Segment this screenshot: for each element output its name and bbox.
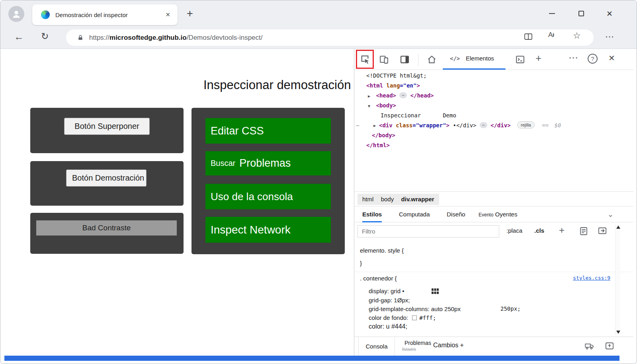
navigation-bar: ← ↻ https://microsoftedge.github.io/Demo… (0, 26, 637, 49)
computed-panel-icon[interactable] (580, 227, 588, 236)
new-style-rule-icon[interactable]: + (559, 225, 565, 236)
div-inline-content: •</div> (453, 122, 476, 128)
browser-window: Demostración del inspector ✕ + ✕ ← ↻ htt… (0, 0, 637, 364)
tab-close-icon[interactable]: ✕ (165, 11, 170, 18)
div-attr: class (396, 122, 412, 128)
demo-button[interactable]: Botón Demostración (66, 169, 147, 187)
styles-filter-row: :placa .cls + (354, 222, 633, 240)
container-rule-selector[interactable]: . contenedor { (360, 275, 397, 282)
color-swatch[interactable] (412, 315, 417, 320)
crumb-body[interactable]: body (381, 196, 394, 202)
person-icon (11, 9, 21, 19)
settings-more-icon[interactable]: … (605, 29, 614, 40)
prop-background-color[interactable]: color de fondo:#fff; (369, 314, 436, 321)
breadcrumb: html body div.wrapper (358, 194, 439, 205)
split-screen-icon[interactable] (524, 33, 532, 40)
read-aloud-icon[interactable]: A (548, 31, 556, 39)
browser-tab[interactable]: Demostración del inspector ✕ (32, 4, 178, 25)
find-issues-link[interactable]: Buscar Problemas (205, 151, 331, 175)
refresh-button[interactable]: ↻ (41, 31, 49, 42)
crumb-html[interactable]: html (362, 196, 373, 202)
device-emulation-icon[interactable] (379, 55, 389, 64)
tab-elements[interactable]: Elementos (466, 55, 494, 62)
home-icon[interactable] (427, 55, 437, 64)
div-tag: <div (379, 122, 393, 128)
dom-head[interactable]: ▶ <head> ⋯ </head> (368, 91, 434, 101)
tab-event-listeners[interactable]: Evento Oyentes (479, 206, 517, 222)
back-button[interactable]: ← (14, 31, 24, 43)
dom-html-open[interactable]: <html lang="en"> (366, 81, 420, 91)
dom-body-close[interactable]: </body> (372, 130, 395, 140)
window-maximize-button[interactable] (578, 11, 584, 16)
tab-styles[interactable]: Estilos (362, 206, 382, 222)
dock-side-icon[interactable] (400, 55, 410, 64)
elements-tab-underline (443, 68, 506, 70)
scroll-down-icon[interactable] (616, 331, 620, 334)
style-filter-input[interactable] (358, 225, 499, 237)
expand-drawer-icon[interactable] (605, 342, 614, 350)
window-close-button[interactable]: ✕ (606, 9, 613, 18)
collapse-arrow-icon[interactable]: ▼ (368, 104, 370, 108)
add-tab-icon[interactable]: + (535, 52, 541, 64)
drawer-tab-issues[interactable]: Problemas (404, 340, 431, 346)
node-menu-icon[interactable]: ⋯ (356, 121, 359, 130)
prop-display[interactable]: display: grid • (369, 288, 439, 294)
open-sidebar-icon[interactable] (598, 227, 607, 235)
console-drawer-icon[interactable] (515, 55, 525, 64)
crumb-div-wrapper[interactable]: div.wrapper (401, 196, 434, 202)
dom-html-close[interactable]: </html> (366, 140, 390, 150)
expand-arrow-icon[interactable]: ▶ (373, 121, 376, 130)
prop-bg-value: #fff; (419, 315, 436, 321)
prop-grid-gap[interactable]: grid-gap: 1Øpx; (369, 297, 410, 304)
links-panel: Editar CSS Buscar Problemas Uso de la co… (191, 108, 345, 254)
grid-badge[interactable]: rejilla (517, 121, 535, 128)
tab-title: Demostración del inspector (55, 12, 165, 18)
network-throttling-icon[interactable] (584, 343, 594, 350)
html-attr: lang (387, 82, 400, 89)
overlay-button[interactable]: Botón Superponer (64, 118, 150, 135)
collapsed-content-icon[interactable]: ⋯ (480, 122, 487, 128)
address-bar[interactable]: https://microsoftedge.github.io/Demos/de… (66, 29, 594, 46)
body-tag: <body> (376, 102, 396, 109)
button-panel-2: Botón Demostración (30, 161, 184, 206)
more-options-icon[interactable]: ⋯ (569, 52, 578, 63)
head-tag: <head> (376, 92, 396, 99)
html-tag: <html (366, 82, 383, 89)
dom-doctype[interactable]: <!DOCTYPE html&gt; (366, 71, 427, 81)
expand-arrow-icon[interactable]: ▶ (368, 94, 370, 98)
dom-body[interactable]: ▼ <body> (368, 101, 396, 111)
dom-text-node[interactable]: InspeccionarDemo (381, 111, 456, 121)
window-minimize-button[interactable] (549, 13, 555, 14)
console-use-link[interactable]: Uso de la consola (205, 184, 331, 209)
toggle-hov[interactable]: :placa (506, 227, 522, 234)
styles-scrollbar[interactable] (615, 225, 620, 335)
grid-overlay-icon[interactable] (432, 288, 439, 294)
prop-grid-template-columns[interactable]: grid-template-columns: auto 250px (369, 306, 461, 312)
devtools-close-icon[interactable]: ✕ (608, 53, 615, 63)
web-page: Inspeccionar demostración Botón Superpon… (4, 49, 354, 356)
help-icon[interactable]: ? (588, 54, 598, 64)
chevron-down-icon[interactable]: ⌄ (608, 206, 614, 222)
collapsed-content-icon[interactable]: ⋯ (399, 92, 407, 98)
page-title: Inspeccionar demostración (203, 78, 351, 92)
favorites-star-icon[interactable]: ☆ (573, 31, 581, 41)
element-style-rule[interactable]: elemento. style { (360, 247, 404, 254)
profile-avatar[interactable] (8, 6, 24, 22)
bad-contrast-button[interactable]: Bad Contraste (36, 220, 177, 236)
scroll-up-icon[interactable] (616, 226, 620, 229)
div-attr-value: ="wrapper" (412, 122, 446, 128)
inspect-element-icon[interactable] (360, 54, 370, 64)
tab-computed[interactable]: Computada (399, 206, 430, 222)
drawer-tab-changes[interactable]: Cambios + (433, 342, 464, 349)
inspect-network-link[interactable]: Inspect Network (205, 217, 331, 243)
tab-layout[interactable]: Diseño (447, 206, 465, 222)
edit-css-link[interactable]: Editar CSS (205, 118, 331, 144)
new-tab-button[interactable]: + (187, 8, 193, 20)
styles-pane: elemento. style { } . contenedor { style… (354, 240, 633, 337)
stylesheet-source-link[interactable]: styles.css:9 (573, 275, 610, 281)
drawer-tab-console[interactable]: Consola (358, 337, 395, 356)
toggle-cls[interactable]: .cls (534, 227, 544, 234)
text-node-a: Inspeccionar (381, 112, 421, 119)
prop-color[interactable]: color: u #444; (369, 323, 407, 330)
div-close-tag: </div> (490, 122, 511, 128)
